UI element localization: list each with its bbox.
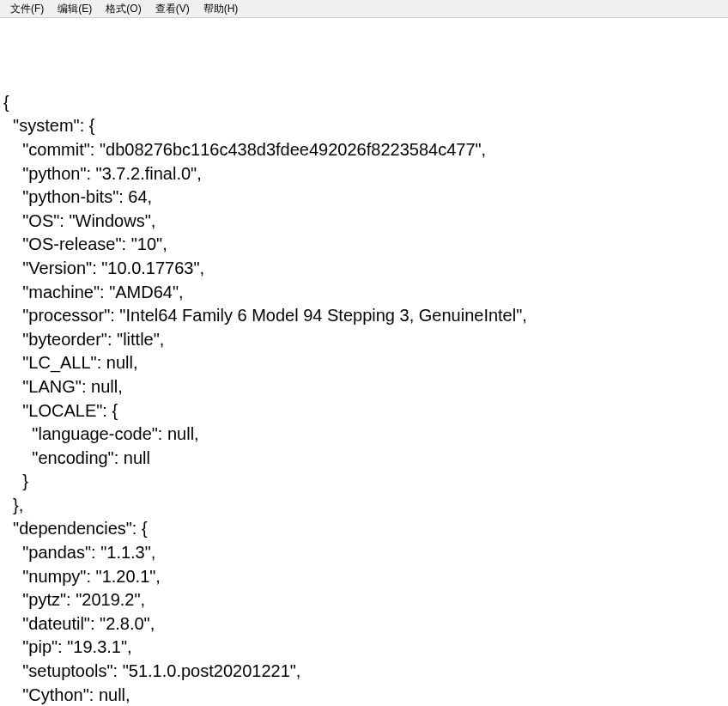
text-line: "pandas": "1.1.3", — [3, 541, 725, 565]
text-line: { — [3, 91, 725, 115]
text-line: "byteorder": "little", — [3, 328, 725, 352]
menu-format[interactable]: 格式(O) — [99, 0, 148, 18]
text-line: "LC_ALL": null, — [3, 351, 725, 375]
text-line: }, — [3, 494, 725, 518]
text-editor[interactable]: { "system": { "commit": "db08276bc116c43… — [0, 18, 728, 706]
text-line: "machine": "AMD64", — [3, 281, 725, 305]
text-line: "system": { — [3, 114, 725, 138]
text-line: "pytz": "2019.2", — [3, 588, 725, 612]
text-line: "dependencies": { — [3, 517, 725, 541]
menu-file[interactable]: 文件(F) — [3, 0, 51, 18]
text-line: "pip": "19.3.1", — [3, 636, 725, 660]
text-line: "OS-release": "10", — [3, 233, 725, 257]
text-line: "LANG": null, — [3, 375, 725, 399]
text-line: } — [3, 470, 725, 494]
menubar: 文件(F) 编辑(E) 格式(O) 查看(V) 帮助(H) — [0, 0, 728, 18]
editor-content[interactable]: { "system": { "commit": "db08276bc116c43… — [3, 67, 725, 706]
text-line: "python": "3.7.2.final.0", — [3, 162, 725, 186]
menu-edit[interactable]: 编辑(E) — [51, 0, 99, 18]
menu-view[interactable]: 查看(V) — [149, 0, 197, 18]
text-line: "LOCALE": { — [3, 399, 725, 423]
text-line: "Version": "10.0.17763", — [3, 257, 725, 281]
text-line: "dateutil": "2.8.0", — [3, 612, 725, 636]
menu-help[interactable]: 帮助(H) — [197, 0, 246, 18]
text-line: "setuptools": "51.1.0.post20201221", — [3, 660, 725, 684]
text-line: "commit": "db08276bc116c438d3fdee492026f… — [3, 138, 725, 162]
text-line: "encoding": null — [3, 447, 725, 471]
text-line: "numpy": "1.20.1", — [3, 565, 725, 589]
text-line: "language-code": null, — [3, 423, 725, 447]
text-line: "processor": "Intel64 Family 6 Model 94 … — [3, 304, 725, 328]
text-line: "OS": "Windows", — [3, 210, 725, 234]
text-line: "Cython": null, — [3, 684, 725, 706]
text-line: "python-bits": 64, — [3, 186, 725, 210]
